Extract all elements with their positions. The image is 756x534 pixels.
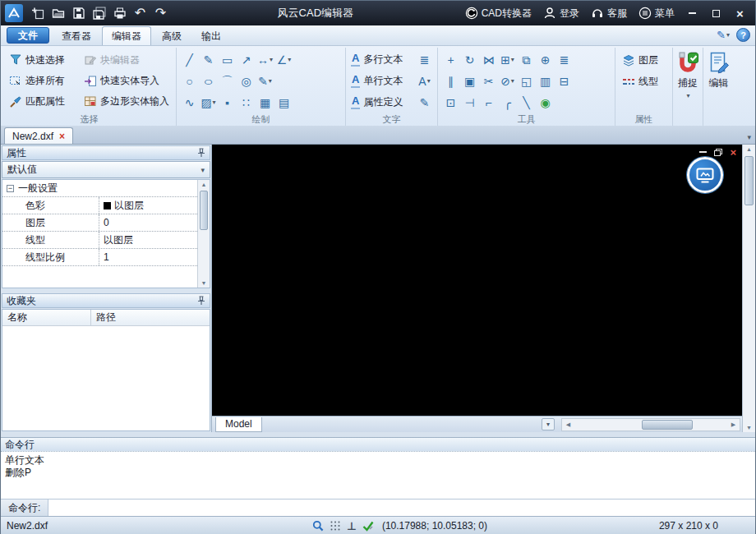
- zoom-icon[interactable]: [312, 520, 324, 532]
- grid-tool-icon[interactable]: ▥: [536, 72, 555, 90]
- erase-icon[interactable]: ⊘▾: [498, 72, 517, 90]
- vertical-scrollbar[interactable]: ▲ ▼: [742, 145, 755, 432]
- polygon-input-button[interactable]: 多边形实体输入: [81, 93, 173, 111]
- scale-icon[interactable]: ◱: [517, 72, 536, 90]
- scroll-left-icon[interactable]: ◀: [562, 421, 574, 428]
- rectangle-icon[interactable]: ▭: [218, 51, 237, 68]
- property-grid-scrollbar[interactable]: ▲ ▼: [197, 180, 210, 288]
- redo-button[interactable]: ↷: [150, 4, 171, 22]
- text-align-icon[interactable]: ≣: [415, 51, 434, 68]
- cut-icon[interactable]: ✂: [479, 72, 498, 90]
- property-row-color[interactable]: 色彩 以图层: [2, 197, 197, 214]
- scroll-right-icon[interactable]: ▶: [727, 421, 740, 428]
- region-icon[interactable]: ▦: [256, 94, 274, 111]
- quick-import-button[interactable]: 快速实体导入: [81, 72, 173, 90]
- block-icon[interactable]: ▣: [460, 72, 479, 90]
- point-icon[interactable]: ∷: [237, 94, 256, 111]
- explode-icon[interactable]: ⊟: [555, 72, 574, 90]
- v-scroll-thumb[interactable]: [744, 156, 754, 205]
- property-row-linetype[interactable]: 线型 以图层: [2, 232, 197, 249]
- fillet-icon[interactable]: ╭: [498, 94, 517, 111]
- freehand-icon[interactable]: ✎: [199, 51, 218, 68]
- trim-icon[interactable]: ⌐: [479, 94, 498, 111]
- help-button[interactable]: ?: [736, 28, 750, 42]
- save-button[interactable]: [68, 4, 89, 22]
- save-as-button[interactable]: [89, 4, 109, 22]
- property-group-row[interactable]: − 一般设置: [2, 180, 197, 197]
- undo-button[interactable]: ↶: [130, 4, 150, 22]
- dim-linear-icon[interactable]: ↔▾: [256, 51, 274, 68]
- osnap-toggle-icon[interactable]: [362, 520, 374, 532]
- favorites-col-name[interactable]: 名称: [2, 310, 91, 325]
- new-file-button[interactable]: [27, 4, 48, 22]
- property-value[interactable]: 以图层: [99, 199, 197, 213]
- layers-button[interactable]: 图层: [619, 52, 669, 70]
- drawing-canvas[interactable]: ×: [212, 145, 742, 416]
- hatch-icon[interactable]: ▨▾: [199, 94, 218, 111]
- minimize-button[interactable]: [681, 4, 703, 22]
- property-row-ltscale[interactable]: 线型比例 1: [2, 249, 197, 266]
- paste-icon[interactable]: ⊕: [536, 51, 555, 68]
- ortho-toggle-icon[interactable]: ⊥: [347, 520, 357, 532]
- table-icon[interactable]: ▤: [274, 94, 293, 111]
- tab-output[interactable]: 输出: [192, 28, 230, 45]
- model-tab[interactable]: Model: [215, 417, 262, 432]
- property-value[interactable]: 以图层: [99, 233, 197, 247]
- tab-advanced[interactable]: 高级: [153, 28, 191, 45]
- array-icon[interactable]: ⊞▾: [498, 51, 517, 68]
- property-value[interactable]: 0: [99, 217, 197, 228]
- osnap-settings-icon[interactable]: ◉: [536, 94, 555, 111]
- print-button[interactable]: [109, 4, 130, 22]
- command-input[interactable]: [48, 499, 755, 516]
- text-style-icon[interactable]: A▾: [415, 72, 434, 90]
- pin-icon[interactable]: [197, 296, 205, 306]
- preset-dropdown[interactable]: 默认值 ▾: [2, 161, 210, 178]
- rotate-icon[interactable]: ↻: [460, 51, 479, 68]
- tab-editor[interactable]: 编辑器: [102, 26, 151, 45]
- grid-toggle-icon[interactable]: [330, 520, 341, 532]
- open-file-button[interactable]: [48, 4, 68, 22]
- snap-big-button[interactable]: 捕捉 ▾: [673, 48, 703, 126]
- scroll-down-icon[interactable]: ▼: [743, 425, 755, 430]
- revision-cloud-icon[interactable]: ✎▾: [256, 72, 274, 90]
- child-restore-icon[interactable]: [714, 149, 722, 156]
- scroll-down-icon[interactable]: ▼: [198, 280, 210, 286]
- pin-icon[interactable]: [197, 148, 205, 158]
- copy-icon[interactable]: ⧉: [517, 51, 536, 68]
- command-history[interactable]: 单行文本 删除P: [1, 452, 755, 499]
- favorites-col-path[interactable]: 路径: [91, 310, 210, 325]
- ray-icon[interactable]: ↗: [237, 51, 256, 68]
- layout-list-icon[interactable]: ▾: [542, 418, 555, 430]
- child-close-icon[interactable]: ×: [730, 147, 736, 158]
- edit-big-button[interactable]: 编辑: [703, 48, 734, 126]
- child-minimize-icon[interactable]: [699, 151, 707, 153]
- property-row-layer[interactable]: 图层 0: [2, 214, 197, 232]
- scroll-up-icon[interactable]: ▲: [743, 146, 755, 152]
- doc-tabs-menu-icon[interactable]: ▾: [747, 133, 751, 141]
- stretch-icon[interactable]: ⊡: [441, 94, 460, 111]
- horizontal-scrollbar[interactable]: ◀ ▶: [561, 418, 740, 431]
- collapse-icon[interactable]: −: [7, 185, 14, 192]
- solid-icon[interactable]: ▪: [218, 94, 237, 111]
- ellipse-icon[interactable]: ○: [195, 72, 221, 90]
- h-scroll-track[interactable]: [574, 419, 727, 430]
- spline-icon[interactable]: ∿: [180, 94, 199, 111]
- edit-text-icon[interactable]: ✎: [415, 94, 434, 111]
- login-button[interactable]: 登录: [538, 4, 584, 22]
- attrdef-button[interactable]: A属性定义: [349, 94, 404, 112]
- extend-icon[interactable]: ⊣: [460, 94, 479, 111]
- list-icon[interactable]: ≣: [555, 51, 574, 68]
- select-all-button[interactable]: 选择所有: [6, 72, 81, 90]
- match-properties-button[interactable]: 匹配属性: [6, 93, 81, 111]
- document-tab[interactable]: New2.dxf ×: [4, 127, 73, 144]
- menu-button[interactable]: 菜单: [634, 4, 680, 22]
- move-icon[interactable]: +: [441, 51, 460, 68]
- close-button[interactable]: ×: [729, 4, 751, 22]
- screen-capture-fab[interactable]: [687, 157, 723, 193]
- h-scroll-thumb[interactable]: [642, 420, 693, 430]
- mirror-icon[interactable]: ⋈: [479, 51, 498, 68]
- donut-icon[interactable]: ◎: [237, 72, 256, 90]
- chamfer-icon[interactable]: ╲: [517, 94, 536, 111]
- quick-select-button[interactable]: 快速选择: [6, 51, 81, 69]
- mtext-button[interactable]: A多行文本: [349, 51, 404, 69]
